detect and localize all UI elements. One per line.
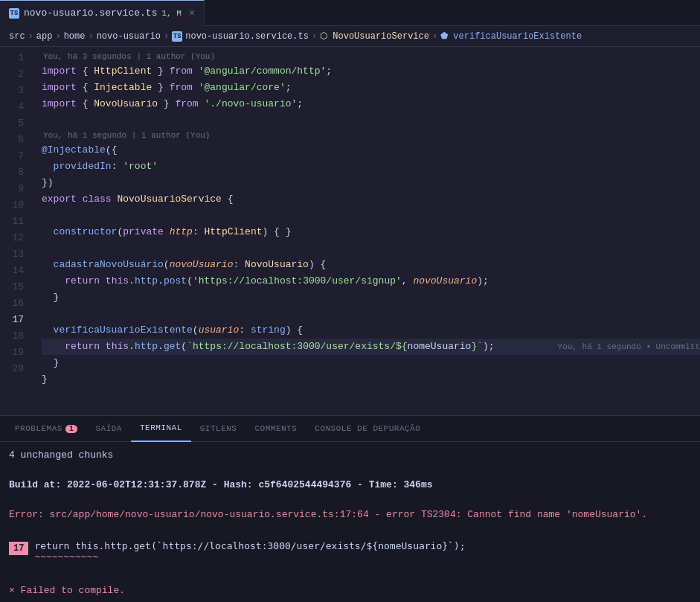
tab-comments[interactable]: COMMENTS xyxy=(245,416,306,442)
code-line-11-empty xyxy=(42,240,700,257)
ln-10: 10 xyxy=(0,197,36,214)
error-code-content: return this.http.get(`https://localhost:… xyxy=(34,540,465,563)
code-line-20-empty xyxy=(42,388,700,404)
terminal-failed-line: × Failed to compile. xyxy=(9,583,691,598)
ln-8: 8 xyxy=(0,164,36,181)
error-underline: ~~~~~~~~~~~ xyxy=(34,551,465,563)
code-line-14: } xyxy=(42,289,700,306)
code-line-5: @Injectable({ xyxy=(42,142,700,158)
terminal-error-line: Error: src/app/home/novo-usuario/novo-us… xyxy=(9,507,691,522)
breadcrumb-class: ⬡ NovoUsuarioService xyxy=(320,31,429,42)
code-line-19: } xyxy=(42,371,700,388)
code-line-17: return this.http.get(`https://localhost:… xyxy=(42,339,700,355)
ln-19: 19 xyxy=(0,345,36,361)
ln-14: 14 xyxy=(0,263,36,279)
error-line-number: 17 xyxy=(9,542,28,555)
typescript-icon: TS xyxy=(9,8,19,19)
error-code-block: 17 return this.http.get(`https://localho… xyxy=(9,540,691,563)
bottom-panel: PROBLEMAS 1 SAÍDA TERMINAL GITLENS COMME… xyxy=(0,415,700,602)
code-line-3: import { NovoUsuario } from './novo-usua… xyxy=(42,96,700,112)
code-line-2: import { Injectable } from '@angular/cor… xyxy=(42,80,700,96)
terminal-content[interactable]: 4 unchanged chunks Build at: 2022-06-02T… xyxy=(0,442,700,602)
tab-close-button[interactable]: × xyxy=(189,7,195,19)
ln-20: 20 xyxy=(0,361,36,377)
code-line-12: cadastraNovoUsuário(novoUsuario: NovoUsu… xyxy=(42,257,700,273)
code-line-18: } xyxy=(42,355,700,371)
terminal-line-9-empty xyxy=(9,563,691,577)
tab-modified-indicator: 1, M xyxy=(161,9,181,18)
code-line-7: }) xyxy=(42,175,700,191)
code-line-13: return this.http.post('https://localhost… xyxy=(42,273,700,289)
breadcrumb-ts-icon: TS xyxy=(172,31,182,42)
breadcrumb-method: ⬟ verificaUsuarioExistente xyxy=(440,31,582,42)
code-line-9-empty xyxy=(42,208,700,224)
ln-13: 13 xyxy=(0,246,36,263)
error-code-text: return this.http.get(`https://localhost:… xyxy=(34,540,465,551)
tab-bar: TS novo-usuario.service.ts 1, M × xyxy=(0,0,700,26)
ln-1: 1 xyxy=(0,50,36,66)
ln-7: 7 xyxy=(0,148,36,164)
problems-badge: 1 xyxy=(65,425,78,433)
tab-gitlens[interactable]: GITLENS xyxy=(191,416,246,442)
code-line-4-empty xyxy=(42,112,700,129)
ln-2: 2 xyxy=(0,66,36,83)
terminal-line-2-empty xyxy=(9,463,691,478)
code-line-10: constructor(private http: HttpClient) { … xyxy=(42,224,700,240)
code-line-16: verificaUsuarioExistente(usuario: string… xyxy=(42,322,700,339)
ln-5: 5 xyxy=(0,115,36,132)
tab-terminal[interactable]: TERMINAL xyxy=(131,416,191,442)
ln-11: 11 xyxy=(0,214,36,230)
git-annotation-2: You, há 1 segundo | 1 author (You) xyxy=(42,129,700,142)
code-line-6: providedIn: 'root' xyxy=(42,158,700,175)
ln-17: 17 xyxy=(0,312,36,328)
ln-9: 9 xyxy=(0,181,36,197)
terminal-line-1: 4 unchanged chunks xyxy=(9,448,691,463)
file-tab[interactable]: TS novo-usuario.service.ts 1, M × xyxy=(0,0,205,26)
ln-6: 6 xyxy=(0,132,36,148)
ln-16: 16 xyxy=(0,295,36,312)
code-editor: 1 2 3 4 5 6 7 8 9 10 11 12 13 14 15 16 1… xyxy=(0,47,700,415)
ln-15: 15 xyxy=(0,279,36,295)
line-numbers: 1 2 3 4 5 6 7 8 9 10 11 12 13 14 15 16 1… xyxy=(0,47,36,415)
tab-problemas[interactable]: PROBLEMAS 1 xyxy=(6,416,86,442)
breadcrumb-app: app xyxy=(36,31,53,42)
breadcrumb-folder: novo-usuario xyxy=(97,31,161,42)
breadcrumb-home: home xyxy=(64,31,86,42)
code-line-8: export class NovoUsuarioService { xyxy=(42,191,700,208)
ln-4: 4 xyxy=(0,99,36,115)
breadcrumb-file: novo-usuario.service.ts xyxy=(185,31,309,42)
terminal-line-4-empty xyxy=(9,493,691,507)
breadcrumb-src: src xyxy=(9,31,25,42)
tab-saida[interactable]: SAÍDA xyxy=(86,416,131,442)
terminal-line-6-empty xyxy=(9,522,691,537)
code-content[interactable]: You, há 3 segundos | 1 author (You) impo… xyxy=(36,47,700,415)
ln-3: 3 xyxy=(0,83,36,99)
ln-18: 18 xyxy=(0,328,36,345)
tab-console-depuracao[interactable]: CONSOLE DE DEPURAÇÃO xyxy=(306,416,429,442)
git-annotation-1: You, há 3 segundos | 1 author (You) xyxy=(42,50,700,63)
tab-filename: novo-usuario.service.ts xyxy=(24,7,157,19)
breadcrumb: src › app › home › novo-usuario › TS nov… xyxy=(0,26,700,47)
code-line-15-empty xyxy=(42,306,700,322)
git-inline-annotation: You, há 1 segundo • Uncommitt xyxy=(558,339,700,355)
terminal-build-line: Build at: 2022-06-02T12:31:37.878Z - Has… xyxy=(9,478,691,493)
panel-tab-bar: PROBLEMAS 1 SAÍDA TERMINAL GITLENS COMME… xyxy=(0,416,700,442)
code-line-1: import { HttpClient } from '@angular/com… xyxy=(42,63,700,80)
ln-12: 12 xyxy=(0,230,36,246)
